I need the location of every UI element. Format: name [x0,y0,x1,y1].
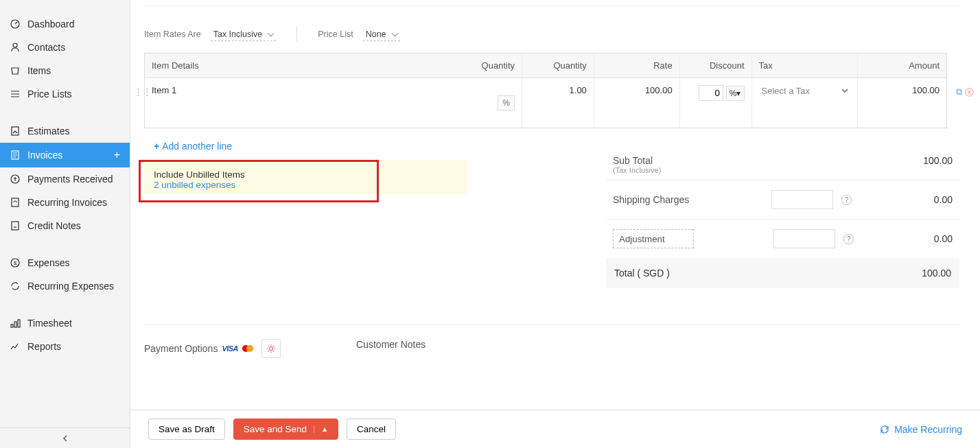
sidebar-item-expenses[interactable]: $ Expenses [0,251,130,274]
discount-input[interactable] [699,85,723,101]
sidebar-item-invoices[interactable]: Invoices + [0,143,130,167]
item-amount-cell: 100.00 [857,78,946,128]
item-rates-label: Item Rates Are [144,30,201,39]
sidebar-item-payments-received[interactable]: Payments Received [0,167,130,191]
payments-icon [10,174,21,185]
info-icon[interactable]: ? [841,195,852,205]
add-another-line-link[interactable]: Add another line [154,141,232,152]
sidebar-item-pricelists[interactable]: Price Lists [0,82,130,106]
total-label: Total ( SGD ) [614,268,670,279]
sidebar: Dashboard Contacts Items Price Lists Est… [0,0,130,448]
caret-down-icon[interactable]: ▲ [314,425,328,433]
discount-type-select[interactable]: %▾ [726,86,745,101]
plus-icon[interactable]: + [114,149,120,161]
svg-rect-11 [18,320,20,327]
th-amount: Amount [857,54,946,78]
total-value: 100.00 [922,268,951,279]
sidebar-label: Items [27,65,51,76]
bottom-section: Payment Options VISA Customer Notes [144,325,961,386]
item-tax-cell[interactable]: Select a Tax [751,78,858,128]
rates-row: Item Rates Are Tax Inclusive Price List … [144,5,961,53]
th-tax: Tax [751,54,858,78]
item-row: ⋮⋮ Item 1 % 1.00 100.00 %▾ Select a Tax … [145,78,946,128]
info-icon[interactable]: ? [843,234,854,244]
unbilled-expenses-link[interactable]: 2 unbilled expenses [154,180,245,190]
item-rate-cell[interactable]: 100.00 [594,78,679,128]
copy-row-icon[interactable]: ⧉ [956,86,962,99]
sidebar-label: Expenses [27,257,69,268]
make-recurring-label: Make Recurring [894,424,962,435]
sidebar-item-estimates[interactable]: Estimates [0,119,130,143]
shipping-input[interactable] [771,190,833,209]
sidebar-label: Timesheet [27,318,72,329]
unbilled-title: Include Unbilled Items [154,169,245,180]
sidebar-label: Dashboard [27,19,75,30]
item-discount-cell[interactable]: %▾ [679,78,751,128]
th-item-details: Item Details [145,54,446,78]
sidebar-item-dashboard[interactable]: Dashboard [0,12,130,36]
make-recurring-link[interactable]: Make Recurring [879,424,962,435]
adjustment-input[interactable] [773,229,835,248]
credit-notes-icon [10,220,21,231]
recurring-invoices-icon [10,197,21,208]
item-name-cell[interactable]: Item 1 [145,78,446,128]
item-qty1-cell[interactable]: % [446,78,522,128]
th-quantity-1: Quantity [446,54,522,78]
sidebar-label: Invoices [27,150,62,161]
total-row: Total ( SGD ) 100.00 [606,258,959,288]
svg-point-12 [269,346,272,350]
drag-handle-icon[interactable]: ⋮⋮ [134,86,152,97]
recurring-expenses-icon [10,281,21,292]
sidebar-label: Payments Received [27,174,113,185]
expenses-icon: $ [10,257,21,268]
divider [296,27,297,42]
percent-unit: % [498,95,515,110]
content-area: Item Rates Are Tax Inclusive Price List … [130,0,980,410]
adjustment-label-input[interactable] [613,229,694,248]
sidebar-label: Contacts [27,42,65,53]
sidebar-item-timesheet[interactable]: Timesheet [0,311,130,335]
svg-rect-10 [14,322,16,327]
shipping-label: Shipping Charges [613,194,689,205]
price-list-select[interactable]: None [363,28,400,41]
th-rate: Rate [594,54,679,78]
sidebar-item-recurring-invoices[interactable]: Recurring Invoices [0,191,130,214]
save-send-button[interactable]: Save and Send ▲ [233,418,338,440]
item-qty2-cell[interactable]: 1.00 [522,78,594,128]
sidebar-item-items[interactable]: Items [0,59,130,82]
sidebar-collapse-button[interactable] [0,427,130,448]
dashboard-icon [10,19,21,30]
gear-icon [266,344,276,353]
estimates-icon [10,126,21,137]
sidebar-item-contacts[interactable]: Contacts [0,36,130,59]
mastercard-icon [242,345,253,352]
subtotal-note: (Tax Inclusive) [613,166,661,174]
save-send-label: Save and Send [244,424,307,434]
save-draft-button[interactable]: Save as Draft [148,418,225,440]
item-rates-select[interactable]: Tax Inclusive [211,28,277,41]
svg-rect-5 [12,198,19,207]
payment-options-row: Payment Options VISA [144,339,281,358]
item-table: Item Details Quantity Quantity Rate Disc… [144,53,947,128]
unbilled-items-box: Include Unbilled Items 2 unbilled expens… [144,160,467,194]
cancel-button[interactable]: Cancel [347,418,396,440]
subtotal-label: Sub Total [613,155,661,166]
payment-settings-button[interactable] [261,339,281,358]
tax-select[interactable]: Select a Tax [759,85,851,97]
sidebar-label: Credit Notes [27,220,81,231]
sidebar-label: Estimates [27,126,69,137]
svg-rect-6 [12,222,19,230]
footer-bar: Save as Draft Save and Send ▲ Cancel Mak… [130,410,980,448]
delete-row-icon[interactable]: ⓧ [965,86,974,99]
sidebar-item-credit-notes[interactable]: Credit Notes [0,214,130,237]
invoices-icon [10,150,21,161]
payment-options-label: Payment Options [144,343,218,354]
sidebar-label: Price Lists [27,89,72,99]
item-table-header: Item Details Quantity Quantity Rate Disc… [145,54,946,78]
visa-icon: VISA [222,344,238,353]
recurring-icon [879,424,890,435]
svg-text:$: $ [14,260,17,266]
sidebar-list: Dashboard Contacts Items Price Lists Est… [0,0,130,427]
sidebar-item-recurring-expenses[interactable]: Recurring Expenses [0,274,130,298]
sidebar-item-reports[interactable]: Reports [0,335,130,358]
